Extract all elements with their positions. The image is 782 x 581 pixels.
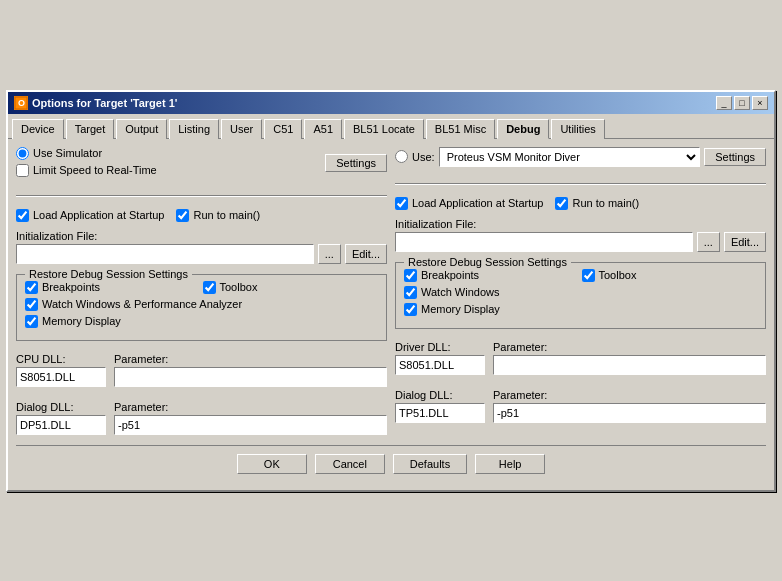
left-memory-display-checkbox[interactable] — [25, 315, 38, 328]
right-dialog-dll-col: Dialog DLL: — [395, 389, 485, 423]
right-dialog-param-input[interactable] — [493, 403, 766, 423]
right-breakpoints-checkbox[interactable] — [404, 269, 417, 282]
right-run-to-main-label: Run to main() — [572, 197, 639, 209]
minimize-button[interactable]: _ — [716, 96, 732, 110]
tab-bl51-locate[interactable]: BL51 Locate — [344, 119, 424, 139]
close-button[interactable]: × — [752, 96, 768, 110]
right-dialog-dll-input[interactable] — [395, 403, 485, 423]
right-memory-display-row: Memory Display — [404, 303, 757, 316]
left-watch-windows-label: Watch Windows & Performance Analyzer — [42, 298, 242, 310]
tab-output[interactable]: Output — [116, 119, 167, 139]
right-driver-dll-col: Driver DLL: — [395, 341, 485, 375]
svg-text:O: O — [18, 98, 25, 108]
run-to-main-checkbox[interactable] — [176, 209, 189, 222]
left-breakpoints-checkbox[interactable] — [25, 281, 38, 294]
use-simulator-row: Use Simulator — [16, 147, 157, 160]
left-cpu-param-label: Parameter: — [114, 353, 387, 365]
defaults-button[interactable]: Defaults — [393, 454, 467, 474]
left-restore-checkboxes: Breakpoints Toolbox — [25, 281, 378, 298]
right-init-file-row: ... Edit... — [395, 232, 766, 252]
main-content: Use Simulator Limit Speed to Real-Time S… — [8, 139, 774, 490]
use-simulator-label: Use Simulator — [33, 147, 102, 159]
left-cpu-param-input[interactable] — [114, 367, 387, 387]
left-restore-group: Restore Debug Session Settings Breakpoin… — [16, 274, 387, 341]
maximize-button[interactable]: □ — [734, 96, 750, 110]
left-dialog-dll-label: Dialog DLL: — [16, 401, 106, 413]
left-breakpoints-row: Breakpoints — [25, 281, 201, 294]
right-browse-button[interactable]: ... — [697, 232, 720, 252]
right-driver-dll-input[interactable] — [395, 355, 485, 375]
tab-c51[interactable]: C51 — [264, 119, 302, 139]
left-edit-button[interactable]: Edit... — [345, 244, 387, 264]
left-breakpoints-label: Breakpoints — [42, 281, 100, 293]
cancel-button[interactable]: Cancel — [315, 454, 385, 474]
left-dialog-param-input[interactable] — [114, 415, 387, 435]
right-watch-windows-row: Watch Windows — [404, 286, 757, 299]
load-run-row: Load Application at Startup Run to main(… — [16, 209, 387, 224]
left-dialog-param-label: Parameter: — [114, 401, 387, 413]
tab-listing[interactable]: Listing — [169, 119, 219, 139]
left-cpu-dll-label: CPU DLL: — [16, 353, 106, 365]
left-browse-button[interactable]: ... — [318, 244, 341, 264]
left-toolbox-checkbox[interactable] — [203, 281, 216, 294]
ok-button[interactable]: OK — [237, 454, 307, 474]
right-watch-windows-checkbox[interactable] — [404, 286, 417, 299]
driver-select[interactable]: Proteus VSM Monitor Diver — [439, 147, 701, 167]
right-dialog-dll-label: Dialog DLL: — [395, 389, 485, 401]
left-dialog-dll-input[interactable] — [16, 415, 106, 435]
right-load-app-checkbox[interactable] — [395, 197, 408, 210]
left-dll-section: CPU DLL: Parameter: Dialog DLL: — [16, 353, 387, 439]
right-breakpoints-label: Breakpoints — [421, 269, 479, 281]
right-memory-display-checkbox[interactable] — [404, 303, 417, 316]
left-cpu-dll-input[interactable] — [16, 367, 106, 387]
right-dialog-dll-row: Dialog DLL: Parameter: — [395, 389, 766, 423]
right-panel: Use: Proteus VSM Monitor Diver Settings … — [395, 147, 766, 439]
right-run-to-main-checkbox[interactable] — [555, 197, 568, 210]
title-bar: O Options for Target 'Target 1' _ □ × — [8, 92, 774, 114]
right-dll-section: Driver DLL: Parameter: Dialog DLL: — [395, 341, 766, 427]
tab-bl51-misc[interactable]: BL51 Misc — [426, 119, 495, 139]
tab-target[interactable]: Target — [66, 119, 115, 139]
right-restore-group-title: Restore Debug Session Settings — [404, 256, 571, 268]
right-driver-param-col: Parameter: — [493, 341, 766, 375]
load-app-checkbox[interactable] — [16, 209, 29, 222]
left-memory-display-label: Memory Display — [42, 315, 121, 327]
tab-a51[interactable]: A51 — [304, 119, 342, 139]
two-column-layout: Use Simulator Limit Speed to Real-Time S… — [16, 147, 766, 439]
use-driver-radio[interactable] — [395, 150, 408, 163]
bottom-bar: OK Cancel Defaults Help — [16, 445, 766, 482]
right-init-file-input[interactable] — [395, 232, 693, 252]
window-title: Options for Target 'Target 1' — [32, 97, 177, 109]
left-watch-windows-checkbox[interactable] — [25, 298, 38, 311]
left-toolbox-row: Toolbox — [203, 281, 379, 294]
limit-speed-checkbox[interactable] — [16, 164, 29, 177]
use-simulator-radio[interactable] — [16, 147, 29, 160]
right-edit-button[interactable]: Edit... — [724, 232, 766, 252]
driver-section: Use: Proteus VSM Monitor Diver Settings — [395, 147, 766, 167]
right-dialog-param-label: Parameter: — [493, 389, 766, 401]
right-toolbox-checkbox[interactable] — [582, 269, 595, 282]
limit-speed-row: Limit Speed to Real-Time — [16, 164, 157, 177]
tab-utilities[interactable]: Utilities — [551, 119, 604, 139]
run-to-main-label: Run to main() — [193, 209, 260, 221]
left-toolbox-label: Toolbox — [220, 281, 258, 293]
right-driver-dll-row: Driver DLL: Parameter: — [395, 341, 766, 375]
help-button[interactable]: Help — [475, 454, 545, 474]
right-load-run-row: Load Application at Startup Run to main(… — [395, 197, 766, 212]
tab-debug[interactable]: Debug — [497, 119, 549, 139]
right-restore-group: Restore Debug Session Settings Breakpoin… — [395, 262, 766, 329]
left-memory-display-row: Memory Display — [25, 315, 378, 328]
right-driver-param-label: Parameter: — [493, 341, 766, 353]
right-watch-windows-label: Watch Windows — [421, 286, 499, 298]
right-init-file-label: Initialization File: — [395, 218, 766, 230]
title-buttons: _ □ × — [716, 96, 768, 110]
tab-device[interactable]: Device — [12, 119, 64, 139]
left-dialog-dll-col: Dialog DLL: — [16, 401, 106, 435]
right-init-file-section: Initialization File: ... Edit... — [395, 218, 766, 252]
left-settings-button[interactable]: Settings — [325, 154, 387, 172]
right-settings-button[interactable]: Settings — [704, 148, 766, 166]
left-panel: Use Simulator Limit Speed to Real-Time S… — [16, 147, 387, 439]
left-init-file-input[interactable] — [16, 244, 314, 264]
right-driver-param-input[interactable] — [493, 355, 766, 375]
tab-user[interactable]: User — [221, 119, 262, 139]
